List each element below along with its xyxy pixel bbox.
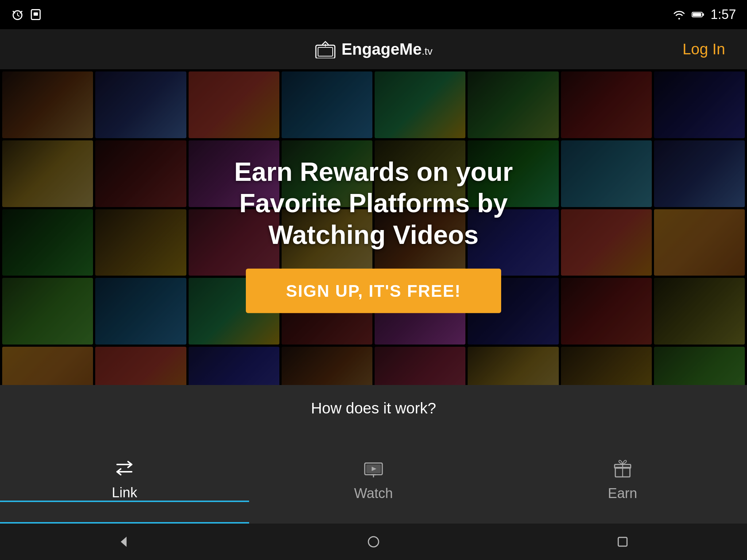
svg-marker-12 [121,537,127,547]
status-icons-left [11,8,42,21]
svg-rect-14 [618,537,627,546]
home-nav-button[interactable] [350,527,397,556]
nfc-icon [29,8,42,21]
step-watch-label: Watch [354,486,393,501]
logo-container: EngageMe.tv [314,40,433,58]
hero-section: Earn Rewards on your Favorite Platforms … [0,69,747,416]
login-button[interactable]: Log In [682,40,725,58]
back-icon [116,533,133,551]
hero-headline: Earn Rewards on your Favorite Platforms … [228,156,519,250]
link-icon [113,457,135,479]
wifi-icon [673,8,686,21]
logo-text: EngageMe.tv [341,40,433,58]
watch-icon [363,458,384,480]
header: EngageMe.tv Log In [0,29,747,69]
alarm-icon [11,8,24,21]
step-earn-label: Earn [608,486,637,501]
svg-point-13 [368,537,379,547]
step-link-label: Link [112,485,137,501]
how-it-works-steps: Link Watch [0,435,747,524]
recents-nav-button[interactable] [599,527,646,556]
step-link[interactable]: Link [0,457,249,502]
battery-icon [692,8,705,21]
earn-icon [612,458,634,480]
step-earn[interactable]: Earn [498,458,747,501]
time-display: 1:57 [711,7,736,22]
status-icons-right: 1:57 [673,7,736,22]
logo-icon [314,40,336,58]
svg-rect-4 [693,13,701,16]
system-nav-bar [0,524,747,560]
step-watch[interactable]: Watch [249,458,498,501]
status-bar: 1:57 [0,0,747,29]
recents-icon [614,533,631,551]
svg-rect-5 [703,13,704,16]
back-nav-button[interactable] [101,527,148,556]
how-it-works-title: How does it work? [311,400,436,417]
svg-rect-2 [34,12,38,16]
bottom-section: How does it work? Link [0,385,747,524]
hero-content: Earn Rewards on your Favorite Platforms … [228,156,519,313]
signup-button[interactable]: SIGN UP, IT'S FREE! [246,269,501,313]
home-icon [365,533,382,551]
svg-rect-7 [318,47,333,56]
